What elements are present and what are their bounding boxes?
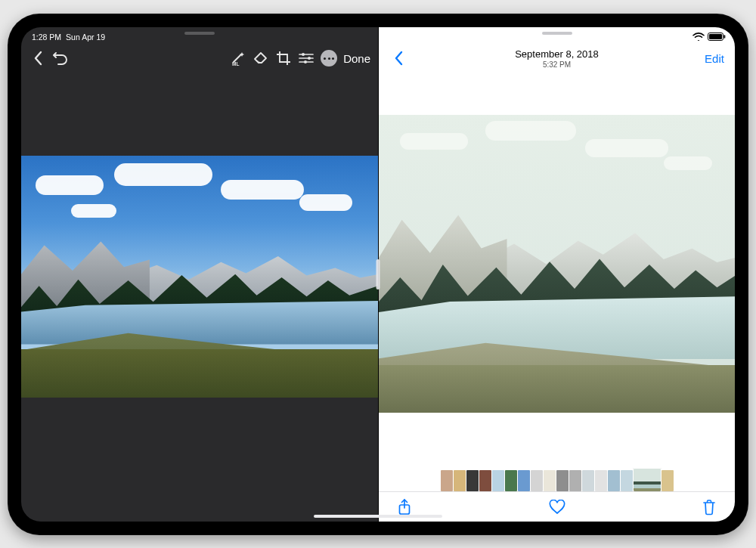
editor-toolbar: ML Done [21,44,378,73]
back-button[interactable] [388,45,411,71]
svg-text:ML: ML [232,61,239,66]
done-button[interactable]: Done [340,45,370,71]
ellipsis-icon [321,50,337,67]
editor-canvas[interactable] [21,156,378,398]
back-button[interactable] [27,45,50,71]
status-bar-right [692,33,726,41]
photo-left [21,156,378,398]
thumbnail[interactable] [492,470,504,491]
photo-right [379,115,735,413]
thumbnail[interactable] [582,470,594,491]
magic-wand-icon[interactable]: ML [227,45,249,71]
wifi-icon [692,33,705,41]
status-date: Sun Apr 19 [66,33,105,42]
thumbnail[interactable] [441,470,453,491]
thumbnail[interactable] [454,470,466,491]
ipad-frame: 1:28 PM Sun Apr 19 ML [8,14,748,535]
thumbnail[interactable] [595,470,607,491]
svg-point-5 [308,57,311,60]
thumbnail[interactable] [634,469,661,491]
undo-button[interactable] [50,45,73,71]
photo-title: September 8, 2018 5:32 PM [379,48,735,69]
thumbnail[interactable] [466,470,479,491]
screen: 1:28 PM Sun Apr 19 ML [21,27,735,522]
right-app-pane: September 8, 2018 5:32 PM Edit [378,27,735,522]
home-indicator[interactable] [314,515,442,518]
thumbnail[interactable] [505,470,517,491]
thumbnail-strip[interactable] [379,466,735,491]
thumbnail[interactable] [518,470,530,491]
battery-icon [708,33,726,41]
thumbnail[interactable] [531,470,543,491]
svg-point-4 [302,53,305,56]
left-app-pane: 1:28 PM Sun Apr 19 ML [21,27,378,522]
split-grabber-left[interactable] [184,32,215,35]
thumbnail[interactable] [479,470,491,491]
thumbnail[interactable] [569,470,581,491]
crop-icon[interactable] [272,45,295,71]
eraser-icon[interactable] [249,45,272,71]
status-bar-left: 1:28 PM Sun Apr 19 [32,33,105,42]
photo-viewer[interactable] [379,115,735,413]
thumbnail[interactable] [556,470,569,491]
photo-date: September 8, 2018 [379,48,735,60]
svg-rect-9 [724,35,726,38]
more-button[interactable] [318,45,340,71]
edit-button[interactable]: Edit [703,45,726,71]
thumbnail[interactable] [621,470,633,491]
photos-toolbar: September 8, 2018 5:32 PM Edit [379,44,735,73]
svg-rect-8 [709,34,722,39]
split-view-divider[interactable] [376,259,380,289]
thumbnail[interactable] [544,470,556,491]
delete-button[interactable] [696,492,723,522]
adjust-icon[interactable] [295,45,318,71]
thumbnail[interactable] [662,470,674,491]
svg-point-6 [304,60,307,63]
photo-time: 5:32 PM [379,60,735,69]
split-grabber-right[interactable] [542,32,572,35]
status-time: 1:28 PM [32,33,61,42]
thumbnail[interactable] [608,470,620,491]
favorite-button[interactable] [544,492,571,522]
